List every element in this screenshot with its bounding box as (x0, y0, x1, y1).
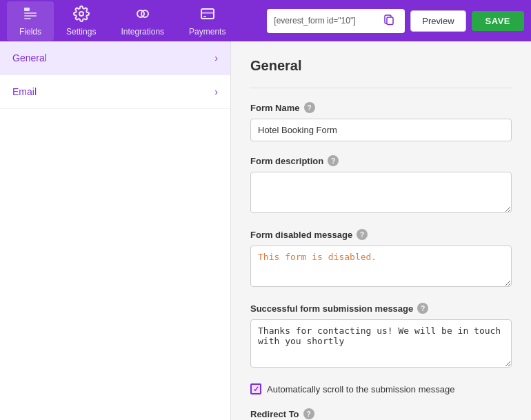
top-navigation: Fields Settings Integrations Paymen (0, 0, 531, 41)
preview-button[interactable]: Preview (410, 10, 465, 32)
settings-label: Settings (66, 27, 96, 37)
chevron-right-icon-2: › (214, 86, 218, 97)
section-title: General (250, 58, 512, 74)
sidebar: General › Email › (0, 41, 231, 420)
nav-item-settings[interactable]: Settings (54, 6, 108, 37)
nav-item-payments[interactable]: Payments (177, 6, 238, 37)
form-disabled-label: Form disabled message ? (250, 229, 512, 240)
redirect-to-label: Redirect To ? (250, 408, 512, 419)
section-divider (250, 88, 512, 88)
auto-scroll-checkbox[interactable]: ✓ (250, 383, 261, 394)
main-content: General Form Name ? Form description ? F… (231, 41, 531, 420)
submission-message-help-icon[interactable]: ? (417, 303, 428, 314)
sidebar-item-general[interactable]: General › (0, 41, 230, 75)
submission-message-group: Successful form submission message ? (250, 303, 512, 370)
page-layout: General › Email › General Form Name ? Fo… (0, 41, 531, 420)
fields-icon (22, 6, 39, 24)
nav-item-fields[interactable]: Fields (7, 1, 54, 41)
form-description-input[interactable] (250, 172, 512, 213)
integrations-label: Integrations (121, 27, 164, 37)
svg-rect-0 (24, 8, 30, 11)
svg-rect-3 (24, 18, 31, 19)
copy-shortcode-button[interactable] (380, 13, 398, 29)
payments-icon (199, 6, 216, 24)
form-disabled-message-group: Form disabled message ? (250, 229, 512, 289)
svg-rect-8 (203, 16, 206, 17)
svg-rect-1 (24, 12, 37, 14)
sidebar-general-label: General (12, 52, 47, 63)
auto-scroll-row[interactable]: ✓ Automatically scroll to the submission… (250, 383, 512, 394)
svg-rect-9 (387, 17, 393, 25)
nav-item-integrations[interactable]: Integrations (108, 6, 177, 37)
submission-message-label: Successful form submission message ? (250, 303, 512, 314)
form-description-help-icon[interactable]: ? (328, 155, 339, 166)
svg-rect-7 (201, 12, 214, 14)
shortcode-text: [everest_form id="10"] (274, 16, 380, 26)
svg-rect-2 (24, 15, 37, 17)
form-name-help-icon[interactable]: ? (304, 102, 315, 113)
save-button[interactable]: SAVE (472, 11, 524, 31)
form-name-group: Form Name ? (250, 102, 512, 141)
integrations-icon (134, 6, 151, 24)
form-description-group: Form description ? (250, 155, 512, 215)
shortcode-display: [everest_form id="10"] (267, 9, 405, 33)
form-disabled-message-input[interactable] (250, 246, 512, 287)
redirect-to-group: Redirect To ? Same Page Custom URL ▼ (250, 408, 512, 420)
redirect-to-help-icon[interactable]: ? (303, 408, 314, 419)
auto-scroll-label: Automatically scroll to the submission m… (267, 384, 454, 394)
payments-label: Payments (189, 27, 226, 37)
settings-icon (73, 6, 90, 24)
chevron-right-icon: › (214, 52, 218, 63)
form-disabled-help-icon[interactable]: ? (357, 229, 368, 240)
submission-message-input[interactable] (250, 319, 512, 368)
sidebar-item-email[interactable]: Email › (0, 75, 230, 109)
fields-label: Fields (19, 27, 41, 37)
form-description-label: Form description ? (250, 155, 512, 166)
form-name-label: Form Name ? (250, 102, 512, 113)
checkmark-icon: ✓ (253, 385, 259, 394)
sidebar-email-label: Email (12, 86, 37, 97)
form-name-input[interactable] (250, 119, 512, 141)
